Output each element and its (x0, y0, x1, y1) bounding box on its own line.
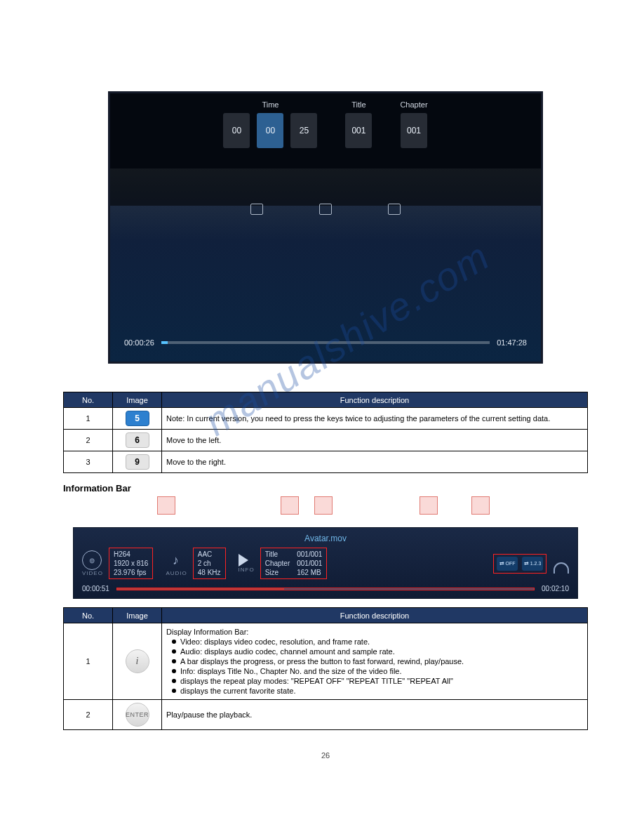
video-fps: 23.976 fps (114, 568, 149, 577)
info-key: Chapter (265, 559, 290, 568)
section-heading: Information Bar (63, 483, 588, 494)
audio-rate: 48 KHz (198, 568, 221, 577)
col-desc: Function description (162, 392, 588, 408)
row-desc: Play/pause the playback. (162, 700, 588, 730)
row-no: 2 (64, 430, 113, 451)
table-row: 1 i Display Information Bar:Video: displ… (64, 623, 588, 700)
col-desc: Function description (162, 608, 588, 623)
player-progress[interactable]: 00:00:26 01:47:28 (124, 335, 527, 350)
desc-line: Video: displays video codec, resolution,… (166, 637, 583, 646)
repeat-123-icon: ⇄1.2.3 (522, 557, 543, 571)
overlay-icon-row (110, 204, 541, 215)
video-player: Time 00 00 25 Title 001 Chapter 001 00 (108, 91, 543, 364)
info-value: 162 MB (297, 568, 322, 577)
enter-button[interactable]: ENTER (126, 703, 149, 727)
ib-elapsed: 00:00:51 (82, 585, 109, 593)
callout-2: 2 (281, 496, 299, 515)
keycap[interactable]: 5 (126, 411, 149, 426)
info-key: Size (265, 568, 290, 577)
repeat-mode-box: ⇄OFF ⇄1.2.3 (493, 554, 546, 574)
elapsed-time: 00:00:26 (124, 338, 154, 347)
row-desc: Display Information Bar:Video: displays … (162, 623, 588, 700)
time-ss[interactable]: 25 (290, 113, 317, 148)
wifi-icon (554, 562, 569, 574)
col-image: Image (113, 392, 162, 408)
row-no: 3 (64, 451, 113, 473)
title-value[interactable]: 001 (345, 113, 372, 148)
audio-codec: AAC (198, 550, 221, 559)
desc-line: A bar displays the progress, or press th… (166, 657, 583, 666)
table-row: 39Move to the right. (64, 451, 588, 473)
chapter-value[interactable]: 001 (401, 113, 427, 148)
media-info-box: Title001/001Chapter001/001Size162 MB (260, 548, 328, 579)
music-note-icon: ♪ (166, 550, 185, 570)
table-row: 2 ENTER Play/pause the playback. (64, 700, 588, 730)
video-codec: H264 (114, 550, 149, 559)
repeat-off-icon: ⇄OFF (497, 557, 518, 571)
infobar: Avatar.mov ⊚ VIDEO H264 1920 x 816 23.97… (73, 527, 578, 599)
desc-line: Audio: displays audio codec, channel amo… (166, 647, 583, 656)
play-icon (239, 554, 248, 567)
row-desc: Note: In current version, you need to pr… (162, 408, 588, 430)
desc-line: displays the repeat play modes: "REPEAT … (166, 677, 583, 685)
clock-icon (250, 204, 263, 215)
disc-icon (319, 204, 332, 215)
progress-bar[interactable] (161, 341, 490, 344)
time-label: Time (223, 100, 317, 109)
infobar-figure: 12345 Avatar.mov ⊚ VIDEO H264 1920 x 816… (73, 496, 578, 599)
table-row: 26Move to the left. (64, 430, 588, 451)
keycap[interactable]: 9 (126, 454, 149, 470)
col-no: No. (64, 608, 113, 623)
desc-line: Display Information Bar: (166, 628, 583, 636)
audio-section-label: AUDIO (166, 570, 187, 576)
video-info-box: H264 1920 x 816 23.976 fps (109, 548, 154, 579)
title-label: Title (345, 100, 372, 109)
goto-overlay: Time 00 00 25 Title 001 Chapter 001 (110, 93, 541, 206)
row-desc: Move to the right. (162, 451, 588, 473)
goto-keys-table: No. Image Function description 15Note: I… (63, 392, 588, 473)
audio-channels: 2 ch (198, 559, 221, 568)
callout-5: 5 (471, 496, 490, 515)
desc-line: Info: displays Title No., Chapter No. an… (166, 667, 583, 675)
table-row: 15Note: In current version, you need to … (64, 408, 588, 430)
row-desc: Move to the left. (162, 430, 588, 451)
callout-1: 1 (157, 496, 175, 515)
callout-3: 3 (314, 496, 333, 515)
page-number: 26 (63, 751, 588, 760)
infobar-progress: 00:00:51 00:02:10 (82, 585, 569, 593)
desc-line: displays the current favorite state. (166, 687, 583, 695)
film-reel-icon: ⊚ (82, 550, 102, 570)
col-no: No. (64, 392, 113, 408)
info-key: Title (265, 550, 290, 559)
total-time: 01:47:28 (497, 338, 527, 347)
callout-4: 4 (420, 496, 438, 515)
time-mm[interactable]: 00 (257, 113, 283, 148)
video-resolution: 1920 x 816 (114, 559, 149, 568)
row-no: 2 (64, 700, 113, 730)
film-icon (388, 204, 401, 215)
ib-total: 00:02:10 (542, 585, 569, 593)
chapter-label: Chapter (400, 100, 427, 109)
video-section-label: VIDEO (82, 570, 103, 576)
keycap[interactable]: 6 (126, 432, 149, 448)
ib-track[interactable] (116, 588, 535, 590)
info-button[interactable]: i (126, 649, 149, 673)
info-section-label: INFO (239, 567, 255, 573)
audio-info-box: AAC 2 ch 48 KHz (193, 548, 226, 579)
infobar-keys-table: No. Image Function description 1 i Displ… (63, 607, 588, 730)
info-value: 001/001 (297, 550, 322, 559)
time-hh[interactable]: 00 (223, 113, 250, 148)
col-image: Image (113, 608, 162, 623)
media-filename: Avatar.mov (82, 534, 569, 543)
row-no: 1 (64, 623, 113, 700)
info-value: 001/001 (297, 559, 322, 568)
row-no: 1 (64, 408, 113, 430)
